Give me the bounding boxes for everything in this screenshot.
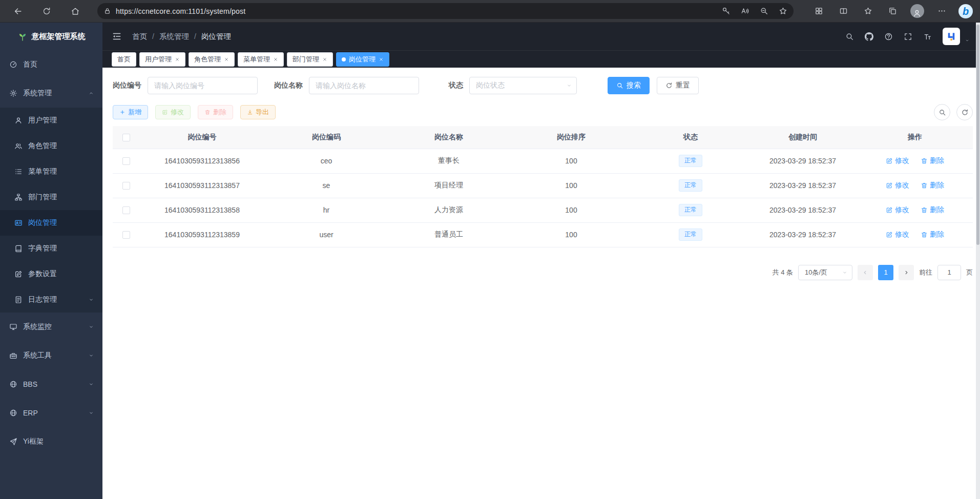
reset-button[interactable]: 重置	[657, 77, 699, 94]
tab-user-mgmt[interactable]: 用户管理	[139, 52, 185, 67]
goto-page-input[interactable]	[937, 265, 961, 280]
status-select[interactable]: 岗位状态	[469, 77, 577, 94]
edit-button[interactable]: 修改	[155, 105, 191, 119]
user-menu-caret-icon[interactable]	[965, 38, 970, 43]
sidebar-item-system-tools[interactable]: 系统工具	[0, 341, 102, 370]
sidebar-item-post-mgmt[interactable]: 岗位管理	[0, 210, 102, 236]
close-tab-icon[interactable]	[322, 57, 327, 62]
post-code-input[interactable]	[148, 77, 258, 94]
toolbox-icon	[9, 351, 17, 360]
sidebar-item-home[interactable]: 首页	[0, 50, 102, 79]
github-icon[interactable]	[865, 32, 873, 41]
tab-menu-mgmt[interactable]: 菜单管理	[238, 52, 284, 67]
split-screen-icon	[839, 7, 848, 15]
row-delete-link[interactable]: 删除	[921, 181, 944, 190]
cell-post-sort: 100	[510, 198, 633, 222]
copilot-button[interactable]: b	[958, 4, 973, 18]
user-avatar[interactable]	[943, 28, 960, 45]
browser-refresh-button[interactable]	[38, 3, 55, 20]
sidebar-item-dict-mgmt[interactable]: 字典管理	[0, 236, 102, 261]
row-edit-link[interactable]: 修改	[886, 230, 909, 239]
tab-role-mgmt[interactable]: 角色管理	[189, 52, 235, 67]
cell-post-id: 1641030593112313857	[139, 173, 265, 198]
toggle-search-button[interactable]	[934, 104, 950, 120]
prev-page-button[interactable]	[858, 265, 873, 280]
row-checkbox[interactable]	[122, 231, 130, 239]
page-size-select[interactable]: 10条/页	[798, 265, 852, 280]
row-delete-link[interactable]: 删除	[921, 156, 944, 165]
font-size-icon[interactable]	[923, 32, 932, 41]
status-badge: 正常	[679, 155, 702, 167]
split-screen-button[interactable]	[835, 3, 852, 20]
sidebar-item-param-settings[interactable]: 参数设置	[0, 261, 102, 287]
post-name-input[interactable]	[309, 77, 419, 94]
tab-dept-mgmt[interactable]: 部门管理	[287, 52, 333, 67]
sidebar-item-erp[interactable]: ERP	[0, 399, 102, 427]
edit-icon	[886, 157, 893, 164]
status-select-placeholder: 岗位状态	[476, 81, 505, 90]
row-checkbox[interactable]	[122, 157, 130, 165]
edit-icon	[886, 206, 893, 214]
search-icon[interactable]	[845, 32, 854, 41]
browser-back-button[interactable]	[9, 3, 27, 20]
export-button[interactable]: 导出	[240, 105, 276, 119]
delete-button[interactable]: 删除	[198, 105, 233, 119]
refresh-table-button[interactable]	[956, 104, 973, 120]
extensions-button[interactable]	[810, 3, 827, 20]
address-bar[interactable]: https://ccnetcore.com:1101/system/post	[97, 3, 794, 19]
sidebar-item-yi-framework[interactable]: Yi框架	[0, 427, 102, 456]
tab-label: 角色管理	[194, 55, 221, 64]
active-tab-dot	[342, 57, 346, 61]
row-delete-link[interactable]: 删除	[921, 230, 944, 239]
zoom-out-icon[interactable]	[760, 7, 768, 15]
sidebar-item-role-mgmt[interactable]: 角色管理	[0, 133, 102, 159]
row-edit-link[interactable]: 修改	[886, 181, 909, 190]
app-logo[interactable]: 意框架管理系统	[0, 23, 102, 50]
next-page-button[interactable]	[899, 265, 914, 280]
sidebar-item-menu-mgmt[interactable]: 菜单管理	[0, 159, 102, 184]
tab-post-mgmt[interactable]: 岗位管理	[336, 52, 389, 67]
sidebar-item-system-mgmt[interactable]: 系统管理	[0, 79, 102, 108]
tab-label: 菜单管理	[243, 55, 270, 64]
browser-home-button[interactable]	[67, 3, 84, 20]
row-checkbox[interactable]	[122, 182, 130, 190]
breadcrumb-item[interactable]: 系统管理	[159, 32, 189, 41]
breadcrumb-current: 岗位管理	[201, 32, 231, 41]
page-1-button[interactable]: 1	[878, 265, 893, 280]
sidebar-item-user-mgmt[interactable]: 用户管理	[0, 108, 102, 133]
row-delete-link[interactable]: 删除	[921, 205, 944, 215]
sidebar-item-bbs[interactable]: BBS	[0, 370, 102, 399]
fullscreen-icon[interactable]	[904, 32, 912, 41]
sidebar-item-label: 首页	[23, 60, 37, 69]
select-all-checkbox[interactable]	[122, 134, 130, 141]
tab-home[interactable]: 首页	[112, 52, 136, 67]
password-key-icon[interactable]	[722, 7, 731, 15]
post-code-label: 岗位编号	[113, 81, 141, 90]
profile-avatar-icon	[910, 4, 924, 18]
breadcrumb-item[interactable]: 首页	[132, 32, 147, 41]
help-icon[interactable]	[884, 32, 893, 41]
close-tab-icon[interactable]	[273, 57, 278, 62]
profile-button[interactable]	[908, 3, 926, 20]
close-tab-icon[interactable]	[224, 57, 229, 62]
browser-toolbar: https://ccnetcore.com:1101/system/post b	[0, 0, 980, 23]
page-scrollbar[interactable]	[976, 23, 980, 499]
row-edit-link[interactable]: 修改	[886, 205, 909, 215]
add-button[interactable]: 新增	[113, 105, 148, 119]
favorite-star-icon[interactable]	[779, 7, 787, 15]
scrollbar-thumb[interactable]	[976, 25, 979, 245]
browser-menu-button[interactable]	[933, 3, 950, 20]
collapse-sidebar-icon[interactable]	[112, 31, 122, 41]
read-aloud-icon[interactable]	[741, 7, 749, 15]
sidebar-item-dept-mgmt[interactable]: 部门管理	[0, 184, 102, 210]
search-button[interactable]: 搜索	[608, 77, 650, 94]
sidebar-item-log-mgmt[interactable]: 日志管理	[0, 287, 102, 313]
sidebar-item-system-monitor[interactable]: 系统监控	[0, 313, 102, 341]
close-tab-icon[interactable]	[175, 57, 180, 62]
favorites-button[interactable]	[859, 3, 877, 20]
close-tab-icon[interactable]	[379, 57, 384, 62]
row-checkbox[interactable]	[122, 206, 130, 214]
sidebar-item-label: BBS	[23, 380, 37, 388]
collections-button[interactable]	[884, 3, 901, 20]
row-edit-link[interactable]: 修改	[886, 156, 909, 165]
